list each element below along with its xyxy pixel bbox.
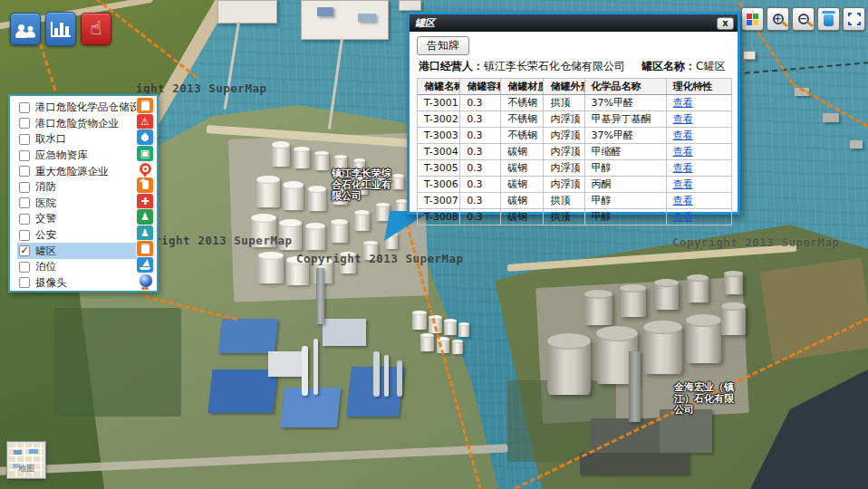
- layer-label: 医院: [35, 197, 56, 210]
- checkbox[interactable]: [19, 134, 30, 145]
- notice-board-button[interactable]: 告知牌: [417, 36, 469, 55]
- dialog-info-row: 港口经营人：镇江李长荣石化仓储有限公司罐区名称：C罐区: [419, 59, 730, 74]
- view-link[interactable]: 查看: [673, 211, 693, 223]
- view-link[interactable]: 查看: [673, 162, 693, 174]
- minimap-label: 地图: [9, 463, 43, 475]
- checkbox[interactable]: [19, 277, 30, 288]
- traffic-police-icon: ♟: [137, 209, 153, 225]
- map-canvas[interactable]: ight 2013 SuperMap Copyright 2013 SuperM…: [0, 0, 868, 489]
- fire-extinguisher-icon: [137, 177, 153, 193]
- factory-building: [218, 319, 278, 353]
- tank: [654, 281, 679, 310]
- people-icon: [14, 21, 37, 38]
- checkbox[interactable]: [19, 230, 30, 241]
- emergency-supplies-icon: ▣: [137, 146, 153, 161]
- sidebar-item-fire[interactable]: 消防: [17, 179, 142, 196]
- checkbox-checked[interactable]: [19, 245, 30, 256]
- tank: [305, 225, 325, 250]
- tank: [412, 312, 427, 330]
- tank: [686, 317, 721, 363]
- zoom-out-button[interactable]: −: [792, 7, 815, 31]
- tank: [354, 211, 370, 231]
- sidebar-item-berth[interactable]: 泊位: [17, 259, 142, 275]
- tank: [724, 272, 743, 294]
- checkbox[interactable]: [19, 166, 30, 177]
- sidebar-item-emergency-supplies[interactable]: 应急物资库: [17, 148, 142, 164]
- clear-button[interactable]: [817, 7, 840, 31]
- tank: [258, 254, 284, 283]
- distillation-column: [384, 355, 389, 397]
- chimney: [629, 351, 641, 422]
- zoom-in-button[interactable]: +: [767, 7, 789, 31]
- pier: [399, 0, 421, 11]
- distillation-column: [397, 360, 402, 397]
- personnel-button[interactable]: [10, 13, 41, 45]
- legend-button[interactable]: [741, 7, 764, 31]
- tank: [547, 337, 591, 395]
- tank: [458, 323, 469, 337]
- tank: [721, 304, 746, 335]
- danger-source-pin-icon: [137, 161, 153, 177]
- factory-building: [323, 319, 366, 346]
- checkbox[interactable]: [19, 150, 30, 161]
- checkbox[interactable]: [19, 182, 30, 193]
- table-row: T-30020.3不锈钢内浮顶甲基异丁基酮查看: [418, 111, 732, 128]
- checkbox[interactable]: [19, 118, 30, 129]
- mooring-structure: [850, 140, 863, 149]
- layer-label: 摄像头: [35, 276, 67, 290]
- view-link[interactable]: 查看: [673, 195, 693, 206]
- sidebar-item-police[interactable]: 公安: [17, 227, 142, 244]
- tank-area-icon: [137, 241, 153, 256]
- layer-label: 取水口: [35, 132, 67, 146]
- sidebar-item-storage-facility[interactable]: 港口危险化学品仓储设施: [17, 100, 142, 116]
- statistics-button[interactable]: [45, 12, 76, 46]
- layer-label: 港口危险货物企业: [35, 117, 119, 130]
- police-icon: ♟: [137, 225, 153, 241]
- zoom-out-icon: −: [798, 14, 809, 24]
- view-link[interactable]: 查看: [673, 113, 693, 125]
- sidebar-item-traffic-police[interactable]: 交警: [17, 211, 142, 227]
- factory-building: [207, 369, 277, 413]
- checkbox[interactable]: [19, 262, 30, 273]
- company-label: 镇江李长荣综合石化工业有限公司: [332, 168, 391, 203]
- table-row: T-30030.3不锈钢内浮顶37%甲醛查看: [418, 128, 732, 144]
- close-icon[interactable]: x: [717, 17, 734, 30]
- tank: [392, 175, 404, 189]
- view-link[interactable]: 查看: [673, 178, 693, 190]
- sidebar-item-danger-source[interactable]: 重大危险源企业: [17, 163, 142, 179]
- tank: [314, 152, 329, 170]
- touch-icon: ☝: [91, 19, 102, 38]
- checkbox[interactable]: [19, 102, 30, 113]
- dialog-titlebar[interactable]: 罐区 x: [410, 14, 738, 32]
- water-intake-icon: [137, 129, 153, 145]
- view-link[interactable]: 查看: [673, 146, 693, 158]
- mooring-structure: [823, 113, 839, 122]
- sidebar-item-camera[interactable]: 摄像头: [17, 275, 142, 292]
- touch-select-button[interactable]: ☝: [81, 13, 111, 45]
- factory-building: [281, 388, 342, 427]
- storage-facility-icon: [137, 98, 153, 113]
- minimap-toggle[interactable]: 地图: [7, 442, 45, 478]
- tank: [420, 334, 434, 351]
- table-row: T-30060.3碳钢内浮顶丙酮查看: [418, 177, 732, 193]
- sidebar-item-water-intake[interactable]: 取水口: [17, 131, 142, 148]
- sidebar-item-hazard-cargo[interactable]: 港口危险货物企业: [17, 116, 142, 132]
- tank: [620, 286, 646, 317]
- tank: [643, 323, 682, 374]
- zoom-in-icon: +: [773, 14, 784, 24]
- pier-building: [317, 7, 333, 16]
- pier-building: [358, 14, 376, 22]
- view-link[interactable]: 查看: [673, 97, 693, 109]
- full-extent-button[interactable]: [843, 7, 865, 31]
- dialog-title: 罐区: [415, 16, 435, 30]
- tank: [444, 320, 457, 335]
- supermap-watermark: Copyright 2013 SuperMap: [672, 235, 840, 249]
- table-row: T-30050.3碳钢内浮顶甲醇查看: [418, 160, 732, 177]
- area-value: C罐区: [696, 60, 725, 72]
- distillation-column: [302, 346, 308, 396]
- checkbox[interactable]: [19, 197, 30, 208]
- sidebar-item-hospital[interactable]: 医院: [17, 196, 142, 212]
- checkbox[interactable]: [19, 214, 30, 225]
- view-link[interactable]: 查看: [673, 129, 693, 141]
- sidebar-item-tank-area[interactable]: 罐区: [17, 243, 142, 259]
